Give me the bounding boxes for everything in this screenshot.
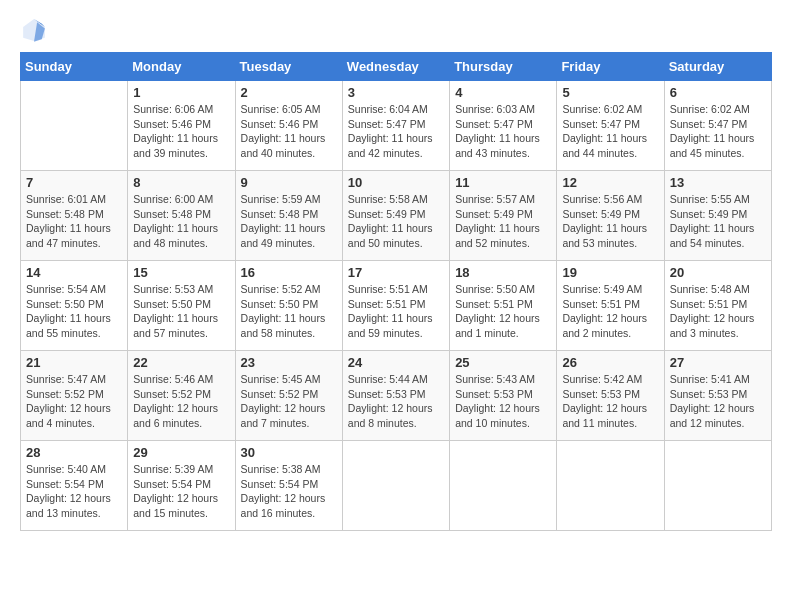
day-info: Sunrise: 6:06 AM Sunset: 5:46 PM Dayligh… (133, 102, 229, 161)
day-cell: 18Sunrise: 5:50 AM Sunset: 5:51 PM Dayli… (450, 261, 557, 351)
day-cell: 28Sunrise: 5:40 AM Sunset: 5:54 PM Dayli… (21, 441, 128, 531)
day-cell (342, 441, 449, 531)
day-number: 19 (562, 265, 658, 280)
day-info: Sunrise: 5:49 AM Sunset: 5:51 PM Dayligh… (562, 282, 658, 341)
day-cell: 8Sunrise: 6:00 AM Sunset: 5:48 PM Daylig… (128, 171, 235, 261)
day-number: 24 (348, 355, 444, 370)
day-cell (21, 81, 128, 171)
day-number: 20 (670, 265, 766, 280)
day-cell: 17Sunrise: 5:51 AM Sunset: 5:51 PM Dayli… (342, 261, 449, 351)
day-number: 5 (562, 85, 658, 100)
week-row-3: 14Sunrise: 5:54 AM Sunset: 5:50 PM Dayli… (21, 261, 772, 351)
day-cell: 24Sunrise: 5:44 AM Sunset: 5:53 PM Dayli… (342, 351, 449, 441)
day-cell: 11Sunrise: 5:57 AM Sunset: 5:49 PM Dayli… (450, 171, 557, 261)
day-info: Sunrise: 5:53 AM Sunset: 5:50 PM Dayligh… (133, 282, 229, 341)
day-info: Sunrise: 5:50 AM Sunset: 5:51 PM Dayligh… (455, 282, 551, 341)
day-number: 27 (670, 355, 766, 370)
day-cell: 20Sunrise: 5:48 AM Sunset: 5:51 PM Dayli… (664, 261, 771, 351)
day-cell: 12Sunrise: 5:56 AM Sunset: 5:49 PM Dayli… (557, 171, 664, 261)
day-info: Sunrise: 6:05 AM Sunset: 5:46 PM Dayligh… (241, 102, 337, 161)
day-info: Sunrise: 6:02 AM Sunset: 5:47 PM Dayligh… (562, 102, 658, 161)
day-cell: 27Sunrise: 5:41 AM Sunset: 5:53 PM Dayli… (664, 351, 771, 441)
day-number: 6 (670, 85, 766, 100)
day-info: Sunrise: 5:38 AM Sunset: 5:54 PM Dayligh… (241, 462, 337, 521)
day-cell: 22Sunrise: 5:46 AM Sunset: 5:52 PM Dayli… (128, 351, 235, 441)
day-number: 18 (455, 265, 551, 280)
day-info: Sunrise: 5:47 AM Sunset: 5:52 PM Dayligh… (26, 372, 122, 431)
weekday-header-row: SundayMondayTuesdayWednesdayThursdayFrid… (21, 53, 772, 81)
day-info: Sunrise: 5:41 AM Sunset: 5:53 PM Dayligh… (670, 372, 766, 431)
week-row-2: 7Sunrise: 6:01 AM Sunset: 5:48 PM Daylig… (21, 171, 772, 261)
day-number: 2 (241, 85, 337, 100)
weekday-header-wednesday: Wednesday (342, 53, 449, 81)
day-number: 16 (241, 265, 337, 280)
day-cell: 19Sunrise: 5:49 AM Sunset: 5:51 PM Dayli… (557, 261, 664, 351)
day-cell: 3Sunrise: 6:04 AM Sunset: 5:47 PM Daylig… (342, 81, 449, 171)
day-number: 13 (670, 175, 766, 190)
day-cell (664, 441, 771, 531)
day-cell: 7Sunrise: 6:01 AM Sunset: 5:48 PM Daylig… (21, 171, 128, 261)
day-number: 29 (133, 445, 229, 460)
day-number: 11 (455, 175, 551, 190)
weekday-header-thursday: Thursday (450, 53, 557, 81)
weekday-header-monday: Monday (128, 53, 235, 81)
week-row-1: 1Sunrise: 6:06 AM Sunset: 5:46 PM Daylig… (21, 81, 772, 171)
day-cell: 9Sunrise: 5:59 AM Sunset: 5:48 PM Daylig… (235, 171, 342, 261)
day-info: Sunrise: 6:03 AM Sunset: 5:47 PM Dayligh… (455, 102, 551, 161)
logo (20, 16, 52, 44)
day-cell: 21Sunrise: 5:47 AM Sunset: 5:52 PM Dayli… (21, 351, 128, 441)
day-info: Sunrise: 5:56 AM Sunset: 5:49 PM Dayligh… (562, 192, 658, 251)
day-cell: 30Sunrise: 5:38 AM Sunset: 5:54 PM Dayli… (235, 441, 342, 531)
day-number: 21 (26, 355, 122, 370)
page-header (20, 16, 772, 44)
day-cell: 4Sunrise: 6:03 AM Sunset: 5:47 PM Daylig… (450, 81, 557, 171)
day-cell: 16Sunrise: 5:52 AM Sunset: 5:50 PM Dayli… (235, 261, 342, 351)
day-cell: 1Sunrise: 6:06 AM Sunset: 5:46 PM Daylig… (128, 81, 235, 171)
day-info: Sunrise: 5:51 AM Sunset: 5:51 PM Dayligh… (348, 282, 444, 341)
day-number: 10 (348, 175, 444, 190)
day-info: Sunrise: 5:46 AM Sunset: 5:52 PM Dayligh… (133, 372, 229, 431)
day-cell: 2Sunrise: 6:05 AM Sunset: 5:46 PM Daylig… (235, 81, 342, 171)
week-row-4: 21Sunrise: 5:47 AM Sunset: 5:52 PM Dayli… (21, 351, 772, 441)
day-cell: 10Sunrise: 5:58 AM Sunset: 5:49 PM Dayli… (342, 171, 449, 261)
day-cell: 6Sunrise: 6:02 AM Sunset: 5:47 PM Daylig… (664, 81, 771, 171)
day-cell: 29Sunrise: 5:39 AM Sunset: 5:54 PM Dayli… (128, 441, 235, 531)
day-number: 26 (562, 355, 658, 370)
logo-icon (20, 16, 48, 44)
day-info: Sunrise: 6:00 AM Sunset: 5:48 PM Dayligh… (133, 192, 229, 251)
week-row-5: 28Sunrise: 5:40 AM Sunset: 5:54 PM Dayli… (21, 441, 772, 531)
calendar-table: SundayMondayTuesdayWednesdayThursdayFrid… (20, 52, 772, 531)
day-number: 9 (241, 175, 337, 190)
day-number: 25 (455, 355, 551, 370)
day-info: Sunrise: 5:57 AM Sunset: 5:49 PM Dayligh… (455, 192, 551, 251)
day-info: Sunrise: 6:04 AM Sunset: 5:47 PM Dayligh… (348, 102, 444, 161)
day-number: 28 (26, 445, 122, 460)
day-cell: 14Sunrise: 5:54 AM Sunset: 5:50 PM Dayli… (21, 261, 128, 351)
day-number: 12 (562, 175, 658, 190)
day-cell: 26Sunrise: 5:42 AM Sunset: 5:53 PM Dayli… (557, 351, 664, 441)
day-cell: 23Sunrise: 5:45 AM Sunset: 5:52 PM Dayli… (235, 351, 342, 441)
day-info: Sunrise: 5:54 AM Sunset: 5:50 PM Dayligh… (26, 282, 122, 341)
day-number: 17 (348, 265, 444, 280)
day-number: 22 (133, 355, 229, 370)
day-info: Sunrise: 5:55 AM Sunset: 5:49 PM Dayligh… (670, 192, 766, 251)
day-info: Sunrise: 5:48 AM Sunset: 5:51 PM Dayligh… (670, 282, 766, 341)
day-info: Sunrise: 6:02 AM Sunset: 5:47 PM Dayligh… (670, 102, 766, 161)
weekday-header-friday: Friday (557, 53, 664, 81)
day-number: 15 (133, 265, 229, 280)
day-info: Sunrise: 5:59 AM Sunset: 5:48 PM Dayligh… (241, 192, 337, 251)
day-info: Sunrise: 5:52 AM Sunset: 5:50 PM Dayligh… (241, 282, 337, 341)
day-cell: 5Sunrise: 6:02 AM Sunset: 5:47 PM Daylig… (557, 81, 664, 171)
day-info: Sunrise: 5:58 AM Sunset: 5:49 PM Dayligh… (348, 192, 444, 251)
day-number: 8 (133, 175, 229, 190)
day-info: Sunrise: 5:43 AM Sunset: 5:53 PM Dayligh… (455, 372, 551, 431)
day-info: Sunrise: 6:01 AM Sunset: 5:48 PM Dayligh… (26, 192, 122, 251)
weekday-header-sunday: Sunday (21, 53, 128, 81)
day-number: 7 (26, 175, 122, 190)
day-number: 3 (348, 85, 444, 100)
day-info: Sunrise: 5:45 AM Sunset: 5:52 PM Dayligh… (241, 372, 337, 431)
day-number: 23 (241, 355, 337, 370)
day-info: Sunrise: 5:42 AM Sunset: 5:53 PM Dayligh… (562, 372, 658, 431)
day-number: 30 (241, 445, 337, 460)
day-number: 1 (133, 85, 229, 100)
